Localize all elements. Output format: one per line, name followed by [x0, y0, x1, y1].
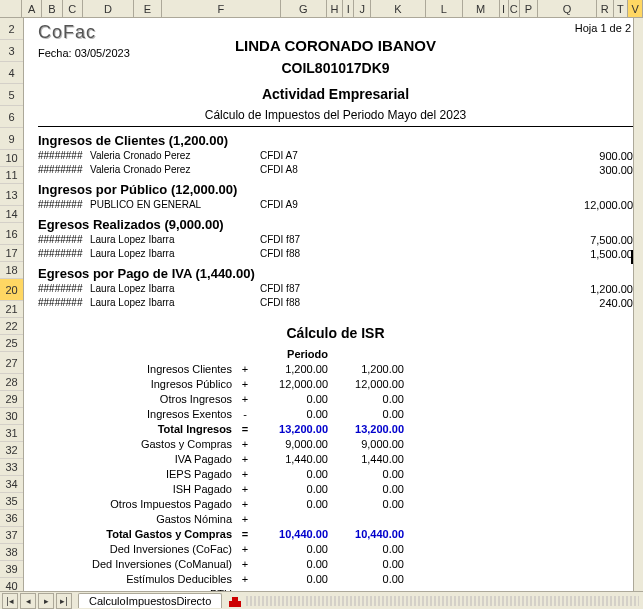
isr-value-2: 0.00	[328, 542, 404, 557]
column-header[interactable]: R	[597, 0, 614, 17]
transaction-line: ########Laura Lopez IbarraCFDI f877,500.…	[38, 234, 633, 246]
isr-label: Estímulos Deducibles	[38, 572, 238, 587]
column-header[interactable]: H	[327, 0, 344, 17]
tab-nav-next[interactable]: ▸	[38, 593, 54, 609]
row-header[interactable]: 4	[0, 62, 23, 84]
line-date: ########	[38, 234, 90, 246]
row-header[interactable]: 14	[0, 206, 23, 223]
row-header[interactable]: 25	[0, 335, 23, 352]
row-header[interactable]: 6	[0, 106, 23, 128]
row-header[interactable]: 39	[0, 561, 23, 578]
row-header[interactable]: 10	[0, 150, 23, 167]
isr-op: -	[238, 407, 252, 422]
row-header[interactable]: 21	[0, 301, 23, 318]
row-header[interactable]: 29	[0, 391, 23, 408]
sheet-tab-bar: |◂ ◂ ▸ ▸| CalculoImpuestosDirecto	[0, 591, 643, 609]
line-amount: 900.00	[563, 150, 633, 162]
row-header[interactable]: 28	[0, 374, 23, 391]
tab-nav-prev[interactable]: ◂	[20, 593, 36, 609]
isr-label: Otros Impuestos Pagado	[38, 497, 238, 512]
isr-label: Gastos y Compras	[38, 437, 238, 452]
row-header[interactable]: 36	[0, 510, 23, 527]
line-doc: CFDI A8	[260, 164, 350, 176]
line-date: ########	[38, 283, 90, 295]
sheet-tab[interactable]: CalculoImpuestosDirecto	[78, 593, 222, 608]
row-header[interactable]: 38	[0, 544, 23, 561]
vertical-scrollbar[interactable]	[633, 18, 643, 591]
tab-handle-icon[interactable]	[228, 594, 242, 608]
tab-nav-first[interactable]: |◂	[2, 593, 18, 609]
row-header[interactable]: 34	[0, 476, 23, 493]
date-label: Fecha:	[38, 47, 72, 59]
isr-op: +	[238, 467, 252, 482]
line-date: ########	[38, 248, 90, 260]
isr-value-2: 0.00	[328, 407, 404, 422]
row-header[interactable]: 35	[0, 493, 23, 510]
column-header[interactable]: C	[63, 0, 83, 17]
row-header[interactable]: 5	[0, 84, 23, 106]
svg-rect-1	[232, 597, 238, 601]
row-header[interactable]: 27	[0, 352, 23, 374]
isr-table: PeriodoIngresos Clientes+1,200.001,200.0…	[38, 347, 633, 591]
row-header[interactable]: 30	[0, 408, 23, 425]
isr-op: +	[238, 497, 252, 512]
isr-op: +	[238, 572, 252, 587]
column-header[interactable]: I	[500, 0, 509, 17]
column-header[interactable]: A	[22, 0, 42, 17]
row-header[interactable]: 18	[0, 262, 23, 279]
line-amount: 7,500.00	[563, 234, 633, 246]
period-title: Cálculo de Impuestos del Periodo Mayo de…	[38, 108, 633, 122]
select-all-corner[interactable]	[0, 0, 22, 17]
tab-nav-last[interactable]: ▸|	[56, 593, 72, 609]
column-header[interactable]: P	[520, 0, 538, 17]
activity-title: Actividad Empresarial	[38, 86, 633, 102]
isr-value-1: 0.00	[252, 407, 328, 422]
transaction-line: ########Laura Lopez IbarraCFDI f881,500.…	[38, 248, 633, 260]
row-header[interactable]: 37	[0, 527, 23, 544]
horizontal-scrollbar[interactable]	[246, 596, 639, 606]
column-header[interactable]: T	[614, 0, 629, 17]
isr-value-1: 0.00	[252, 497, 328, 512]
line-party: Laura Lopez Ibarra	[90, 283, 260, 295]
isr-label: Total Ingresos	[38, 422, 238, 437]
isr-value-1: 0.00	[252, 542, 328, 557]
row-header[interactable]: 32	[0, 442, 23, 459]
column-header[interactable]: C	[509, 0, 520, 17]
row-header[interactable]: 22	[0, 318, 23, 335]
column-header[interactable]: Q	[538, 0, 597, 17]
column-header[interactable]: J	[354, 0, 371, 17]
column-header[interactable]: D	[83, 0, 134, 17]
isr-op: +	[238, 377, 252, 392]
sheet-content: Hoja 1 de 2 CoFac Fecha: 03/05/2023 LIND…	[24, 18, 643, 591]
column-header[interactable]: E	[134, 0, 162, 17]
page-number: Hoja 1 de 2	[575, 22, 631, 34]
row-header[interactable]: 17	[0, 245, 23, 262]
isr-row: Total Ingresos=13,200.0013,200.00	[38, 422, 633, 437]
isr-value-1: 1,200.00	[252, 362, 328, 377]
section-header: Ingresos de Clientes (1,200.00)	[38, 133, 633, 148]
row-header[interactable]: 2	[0, 18, 23, 40]
column-header[interactable]: I	[343, 0, 354, 17]
row-header[interactable]: 33	[0, 459, 23, 476]
column-header[interactable]: K	[371, 0, 426, 17]
isr-value-1: 10,440.00	[252, 527, 328, 542]
row-header[interactable]: 11	[0, 167, 23, 184]
row-header[interactable]: 3	[0, 40, 23, 62]
column-header[interactable]: M	[463, 0, 500, 17]
isr-value-1: 13,200.00	[252, 422, 328, 437]
row-header[interactable]: 13	[0, 184, 23, 206]
row-header[interactable]: 20	[0, 279, 23, 301]
isr-value-2: 0.00	[328, 467, 404, 482]
column-header[interactable]: V	[628, 0, 643, 17]
column-header[interactable]: G	[281, 0, 327, 17]
date-value: 03/05/2023	[75, 47, 130, 59]
line-amount: 300.00	[563, 164, 633, 176]
column-header[interactable]: F	[162, 0, 281, 17]
row-header[interactable]: 9	[0, 128, 23, 150]
column-header[interactable]: B	[42, 0, 62, 17]
line-doc: CFDI f88	[260, 248, 350, 260]
row-header[interactable]: 31	[0, 425, 23, 442]
column-header[interactable]: L	[426, 0, 463, 17]
row-header[interactable]: 16	[0, 223, 23, 245]
line-amount: 240.00	[563, 297, 633, 309]
